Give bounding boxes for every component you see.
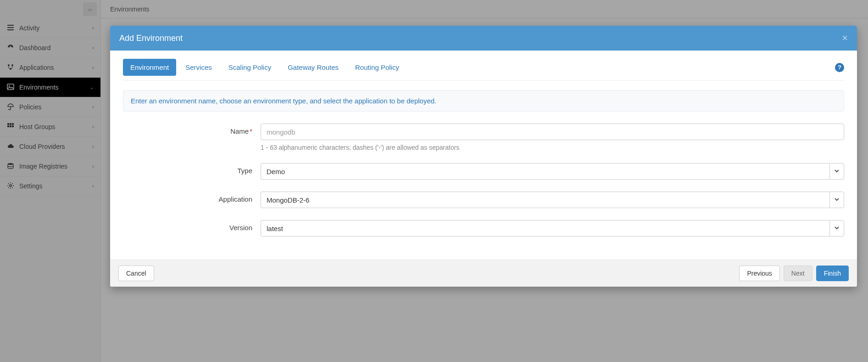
modal-title: Add Environment	[119, 34, 183, 43]
application-label: Application	[123, 192, 261, 203]
application-select-toggle[interactable]	[829, 192, 844, 208]
tab-scaling-policy[interactable]: Scaling Policy	[221, 59, 278, 76]
modal-body: Environment Services Scaling Policy Gate…	[110, 51, 857, 260]
hint-box: Enter an environment name, choose an env…	[123, 90, 844, 112]
name-helper: 1 - 63 alphanumeric characters; dashes (…	[261, 144, 844, 151]
help-icon[interactable]: ?	[835, 63, 844, 72]
form-row-application: Application MongoDB-2-6	[123, 192, 844, 208]
previous-button[interactable]: Previous	[739, 266, 779, 281]
name-field-wrap: 1 - 63 alphanumeric characters; dashes (…	[261, 124, 844, 151]
type-field-wrap: Demo	[261, 163, 844, 180]
version-select[interactable]: latest	[261, 220, 829, 237]
form-row-name: Name* 1 - 63 alphanumeric characters; da…	[123, 124, 844, 151]
type-label: Type	[123, 163, 261, 175]
tab-routing-policy[interactable]: Routing Policy	[348, 59, 406, 76]
application-select[interactable]: MongoDB-2-6	[261, 192, 829, 208]
footer-right: Previous Next Finish	[739, 266, 849, 281]
close-icon[interactable]: ×	[842, 33, 848, 43]
version-label: Version	[123, 220, 261, 232]
form-row-type: Type Demo	[123, 163, 844, 180]
type-select-toggle[interactable]	[829, 163, 844, 180]
chevron-down-icon	[834, 196, 840, 204]
required-mark: *	[250, 127, 252, 135]
chevron-down-icon	[834, 225, 840, 232]
name-label: Name*	[123, 124, 261, 135]
chevron-down-icon	[834, 168, 840, 175]
application-field-wrap: MongoDB-2-6	[261, 192, 844, 208]
tab-gateway-routes[interactable]: Gateway Routes	[280, 59, 346, 76]
modal-footer: Cancel Previous Next Finish	[110, 260, 857, 287]
next-button[interactable]: Next	[784, 266, 812, 281]
tab-environment[interactable]: Environment	[123, 59, 176, 76]
finish-button[interactable]: Finish	[816, 266, 849, 281]
form-row-version: Version latest	[123, 220, 844, 237]
label-text: Name	[230, 127, 249, 135]
add-environment-modal: Add Environment × Environment Services S…	[110, 26, 857, 287]
version-select-toggle[interactable]	[829, 220, 844, 237]
modal-tabs: Environment Services Scaling Policy Gate…	[123, 59, 844, 81]
modal-header: Add Environment ×	[110, 26, 857, 51]
type-select[interactable]: Demo	[261, 163, 829, 180]
name-input[interactable]	[261, 124, 844, 140]
cancel-button[interactable]: Cancel	[118, 266, 154, 281]
version-field-wrap: latest	[261, 220, 844, 237]
tab-services[interactable]: Services	[178, 59, 219, 76]
